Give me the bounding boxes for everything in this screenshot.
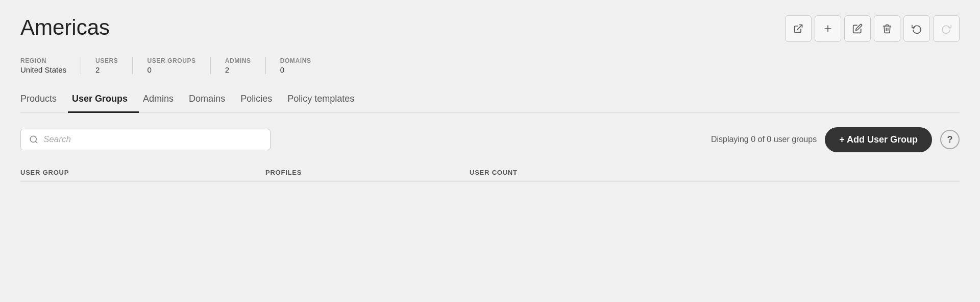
magnifying-glass-icon	[29, 135, 38, 144]
external-link-button[interactable]	[785, 15, 812, 42]
search-icon	[29, 135, 38, 144]
toolbar	[785, 15, 960, 42]
tab-user-groups[interactable]: User Groups	[68, 88, 139, 113]
tab-admins[interactable]: Admins	[139, 88, 185, 113]
undo-button[interactable]	[903, 15, 930, 42]
search-input[interactable]	[43, 134, 262, 145]
stat-domains-value: 0	[280, 65, 311, 74]
edit-button[interactable]	[844, 15, 871, 42]
action-row: Displaying 0 of 0 user groups + Add User…	[20, 127, 960, 152]
column-header-user-count: USER COUNT	[470, 169, 960, 176]
svg-line-4	[35, 141, 37, 143]
external-link-icon	[793, 24, 803, 34]
tab-policy-templates[interactable]: Policy templates	[283, 88, 365, 113]
add-user-group-button[interactable]: + Add User Group	[825, 127, 932, 152]
trash-icon	[882, 24, 892, 34]
tab-domains[interactable]: Domains	[185, 88, 236, 113]
stat-region-label: REGION	[20, 57, 66, 64]
stat-users-value: 2	[95, 65, 118, 74]
stat-admins-value: 2	[225, 65, 251, 74]
stat-domains-label: DOMAINS	[280, 57, 311, 64]
table-header-row: USER GROUP PROFILES USER COUNT	[20, 169, 960, 182]
tabs-row: Products User Groups Admins Domains Poli…	[20, 88, 960, 113]
tab-policies[interactable]: Policies	[236, 88, 283, 113]
stat-region-value: United States	[20, 65, 66, 74]
stat-admins-label: ADMINS	[225, 57, 251, 64]
stat-user-groups-label: USER GROUPS	[147, 57, 195, 64]
pencil-icon	[852, 24, 863, 34]
search-container	[20, 129, 271, 150]
add-toolbar-button[interactable]	[815, 15, 841, 42]
page-title: Americas	[20, 15, 110, 40]
display-count: Displaying 0 of 0 user groups	[711, 135, 817, 144]
delete-button[interactable]	[874, 15, 900, 42]
redo-button[interactable]	[933, 15, 960, 42]
redo-icon	[941, 24, 951, 34]
undo-icon	[912, 24, 922, 34]
plus-icon	[823, 24, 833, 34]
stat-user-groups: USER GROUPS 0	[147, 57, 210, 74]
stat-domains: DOMAINS 0	[280, 57, 326, 74]
right-actions: Displaying 0 of 0 user groups + Add User…	[711, 127, 960, 152]
header-row: Americas	[20, 15, 960, 42]
help-button[interactable]: ?	[940, 130, 960, 149]
page-container: Americas	[0, 0, 980, 197]
stat-users-label: USERS	[95, 57, 118, 64]
stat-users: USERS 2	[95, 57, 133, 74]
column-header-user-group: USER GROUP	[20, 169, 265, 176]
stat-region: REGION United States	[20, 57, 81, 74]
stats-row: REGION United States USERS 2 USER GROUPS…	[20, 57, 960, 74]
stat-user-groups-value: 0	[147, 65, 195, 74]
stat-admins: ADMINS 2	[225, 57, 266, 74]
column-header-profiles: PROFILES	[265, 169, 470, 176]
svg-line-0	[797, 25, 802, 30]
tab-products[interactable]: Products	[20, 88, 68, 113]
